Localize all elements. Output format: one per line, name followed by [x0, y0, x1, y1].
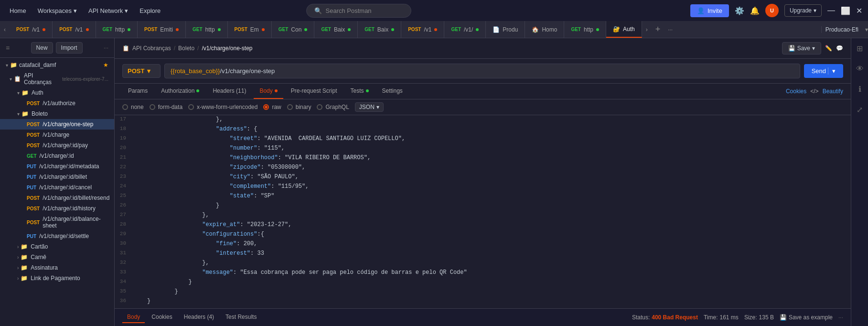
workspace-chevron-icon[interactable]: ▾ — [865, 26, 868, 33]
sidebar-item-v1-charge-id-metadata[interactable]: PUT /v1/charge/:id/metadata — [0, 161, 114, 172]
save-button[interactable]: 💾 Save ▾ — [782, 42, 821, 54]
sidebar-item-v1-charge-id-history[interactable]: POST /v1/charge/:id/history — [0, 203, 114, 214]
tab-settings[interactable]: Settings — [376, 84, 408, 99]
sidebar-item-v1-charge-id-settle[interactable]: PUT /v1/charge/:id/settle — [0, 231, 114, 241]
explore-nav[interactable]: Explore — [136, 5, 164, 16]
minimize-icon[interactable]: — — [827, 6, 835, 15]
tab-post-v1-3[interactable]: POST /v1 — [401, 21, 444, 38]
tab-body[interactable]: Body — [254, 84, 283, 99]
radio-raw[interactable] — [263, 104, 269, 110]
home-nav[interactable]: Home — [6, 5, 30, 16]
tab-post-emiti[interactable]: POST Emiti — [138, 21, 186, 38]
tab-get-baix-2[interactable]: GET Baix — [358, 21, 401, 38]
sidebar-item-v1-charge-one-step[interactable]: POST /v1/charge/one-step — [0, 119, 114, 130]
method-select[interactable]: POST ▾ — [122, 64, 161, 78]
code-icon[interactable]: </> — [810, 88, 818, 95]
right-icon-info[interactable]: ℹ — [857, 83, 863, 96]
tab-add-button[interactable]: + — [652, 24, 664, 34]
tab-pre-request[interactable]: Pre-request Script — [285, 84, 343, 99]
right-icon-resize[interactable]: ⤢ — [855, 103, 865, 116]
import-button[interactable]: Import — [56, 42, 83, 54]
json-format-select[interactable]: JSON ▾ — [355, 102, 384, 112]
format-raw[interactable]: raw — [263, 104, 281, 110]
radio-graphql[interactable] — [317, 104, 322, 110]
format-form-data[interactable]: form-data — [150, 104, 182, 110]
close-icon[interactable]: ✕ — [856, 6, 862, 15]
sidebar-item-v1-charge-id-cancel[interactable]: PUT /v1/charge/:id/cancel — [0, 182, 114, 193]
sidebar-item-boleto-folder[interactable]: ▾ 📁 Boleto — [0, 109, 114, 119]
tab-get-con[interactable]: GET Con — [272, 21, 315, 38]
tab-headers[interactable]: Headers (11) — [207, 84, 252, 99]
sidebar-item-v1-charge-id-billet-resend[interactable]: POST /v1/charge/:id/billet/resend — [0, 193, 114, 203]
more-options-icon[interactable]: ··· — [838, 314, 843, 321]
sidebar-item-v1-charge-id-balance-sheet[interactable]: POST /v1/charge/:id/balance-sheet — [0, 214, 114, 231]
tab-post-em[interactable]: POST Em — [228, 21, 272, 38]
sidebar-item-carne-folder[interactable]: › 📁 Carnê — [0, 252, 114, 262]
notifications-icon[interactable]: 🔔 — [750, 6, 760, 15]
sidebar-item-api-cobrancas[interactable]: ▾ 📋 API Cobranças telecoms-explorer-7... — [0, 70, 114, 87]
edit-icon[interactable]: ✏️ — [825, 45, 832, 52]
sidebar-filter-icon[interactable]: ≡ — [6, 44, 10, 52]
settings-icon[interactable]: ⚙️ — [735, 6, 744, 15]
sidebar-item-assinatura-folder[interactable]: › 📁 Assinatura — [0, 262, 114, 273]
new-button[interactable]: New — [31, 42, 53, 54]
radio-urlencoded[interactable] — [188, 104, 194, 110]
code-editor[interactable]: 17 },18 "address": {19 "street": "AVENID… — [115, 115, 851, 308]
save-example-button[interactable]: 💾 Save as example — [780, 314, 833, 321]
bottom-tab-test-results[interactable]: Test Results — [221, 312, 261, 323]
comment-icon[interactable]: 💬 — [836, 45, 843, 52]
url-input[interactable]: {{rota_base_cob}}/v1/charge/one-step — [164, 64, 800, 78]
format-none[interactable]: none — [122, 104, 144, 110]
sidebar-item-v1-authorize[interactable]: POST /v1/authorize — [0, 98, 114, 109]
send-arrow[interactable]: ▾ — [828, 67, 836, 75]
radio-binary[interactable] — [287, 104, 293, 110]
cookies-link[interactable]: Cookies — [786, 88, 806, 95]
tab-authorization[interactable]: Authorization — [155, 84, 205, 99]
tab-prev-button[interactable]: ‹ — [0, 26, 10, 33]
tab-post-v1-1[interactable]: POST /v1 — [10, 21, 53, 38]
search-bar[interactable]: 🔍 Search Postman — [306, 4, 411, 18]
bottom-tab-cookies[interactable]: Cookies — [147, 312, 177, 323]
tab-get-baix-1[interactable]: GET Baix — [314, 21, 358, 38]
tab-get-http[interactable]: GET http — [96, 21, 138, 38]
api-network-nav[interactable]: API Network ▾ — [85, 5, 132, 16]
tab-auth[interactable]: 🔐 Auth — [606, 21, 642, 38]
radio-none[interactable] — [122, 104, 128, 110]
format-binary[interactable]: binary — [287, 104, 311, 110]
tab-post-v1-2[interactable]: POST /v1 — [53, 21, 96, 38]
invite-button[interactable]: 👤 Invite — [690, 4, 729, 17]
sidebar-item-v1-charge-id-billet[interactable]: PUT /v1/charge/:id/billet — [0, 172, 114, 182]
bottom-tab-body[interactable]: Body — [122, 312, 145, 323]
sidebar-more-icon[interactable]: ··· — [104, 44, 108, 51]
tab-more-button[interactable]: ··· — [664, 26, 676, 33]
tab-tests[interactable]: Tests — [344, 84, 374, 99]
format-urlencoded[interactable]: x-www-form-urlencoded — [188, 104, 257, 110]
beautify-link[interactable]: Beautify — [823, 88, 843, 95]
send-button[interactable]: Send ▾ — [804, 64, 843, 78]
maximize-icon[interactable]: ⬜ — [841, 6, 850, 15]
workspaces-nav[interactable]: Workspaces ▾ — [34, 5, 81, 16]
tab-next-button[interactable]: › — [642, 26, 652, 33]
sidebar-item-v1-charge-id-pay[interactable]: POST /v1/charge/:id/pay — [0, 140, 114, 151]
bottom-tab-headers[interactable]: Headers (4) — [179, 312, 219, 323]
sidebar-item-v1-charge-id[interactable]: GET /v1/charge/:id — [0, 151, 114, 161]
upgrade-button[interactable]: Upgrade ▾ — [784, 4, 822, 17]
breadcrumb-boleto[interactable]: Boleto — [178, 45, 194, 52]
breadcrumb-api-cobrancas[interactable]: API Cobranças — [132, 45, 171, 52]
sidebar-item-auth-folder[interactable]: ▾ 📁 Auth — [0, 87, 114, 98]
tab-produ[interactable]: 📄 Produ — [486, 21, 525, 38]
tab-get-http-2[interactable]: GET http — [186, 21, 228, 38]
right-icon-eye[interactable]: 👁 — [854, 63, 866, 75]
tab-get-http-3[interactable]: GET http — [564, 21, 606, 38]
sidebar-item-cartao-folder[interactable]: › 📁 Cartão — [0, 241, 114, 252]
tab-params[interactable]: Params — [122, 84, 153, 99]
tab-get-v1[interactable]: GET /v1/ — [444, 21, 486, 38]
avatar[interactable]: U — [765, 4, 779, 17]
sidebar-item-v1-charge[interactable]: POST /v1/charge — [0, 130, 114, 140]
right-icon-layout[interactable]: ⊞ — [855, 42, 865, 55]
format-graphql[interactable]: GraphQL — [317, 104, 349, 110]
sidebar-item-link-pagamento-folder[interactable]: › 📁 Link de Pagamento — [0, 273, 114, 283]
radio-form-data[interactable] — [150, 104, 155, 110]
sidebar-item-workspace[interactable]: ▾ 📁 catafacil_damf ★ — [0, 60, 114, 70]
tab-homo[interactable]: 🏠 Homo — [525, 21, 564, 38]
